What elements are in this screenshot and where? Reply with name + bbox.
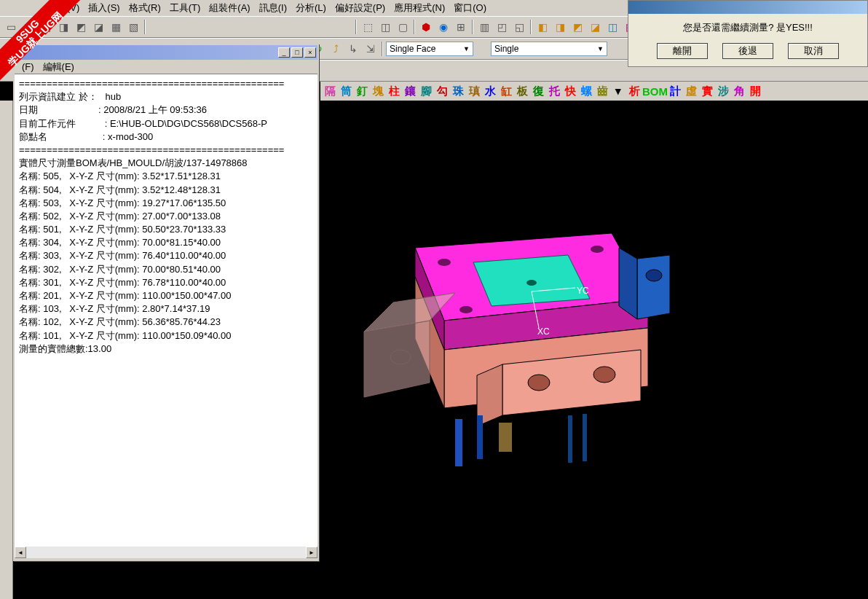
info-menu-edit[interactable]: 編輯(E) [39,60,79,74]
tool-char[interactable]: 計 [667,85,683,98]
tool-char[interactable]: 析 [626,85,642,98]
bom-row: 名稱: 303, X-Y-Z 尺寸(mm): 76.40*110.00*40.0… [19,249,313,262]
tool-char[interactable]: 板 [514,85,530,98]
info-line: 列示資訊建立 於： hub [19,90,313,103]
tool-char[interactable]: 虛 [683,85,699,98]
maximize-button[interactable]: □ [291,47,303,58]
tool-char[interactable]: ▾ [610,85,626,98]
tool-char[interactable]: 涉 [715,85,731,98]
tool-char[interactable]: 柱 [386,85,402,98]
tool-char[interactable]: 快 [562,85,578,98]
svg-rect-25 [499,423,512,452]
info-content[interactable]: ========================================… [15,74,317,547]
tb-icon[interactable]: ◫ [377,19,393,35]
tb-cube-icon[interactable]: ◧ [534,19,551,35]
tool-char[interactable]: 角 [731,85,747,98]
menu-format[interactable]: 格式(R) [125,0,165,16]
bom-row: 名稱: 503, X-Y-Z 尺寸(mm): 19.27*17.06*135.5… [19,197,313,210]
tool-char[interactable]: 釘 [354,85,370,98]
tb-icon[interactable]: ◰ [494,19,510,35]
tb-icon[interactable]: ◩ [73,19,89,35]
tb-icon[interactable]: ◧ [38,19,54,35]
face-dropdown[interactable]: Single Face▼ [386,42,473,56]
tool-char[interactable]: 隔 [322,85,338,98]
h-scrollbar[interactable]: ◄ ► [15,547,317,558]
menu-insert[interactable]: 插入(S) [84,0,124,16]
leave-button[interactable]: 離開 [657,43,708,59]
tb-icon[interactable]: ◱ [511,19,527,35]
menu-prefs[interactable]: 偏好設定(P) [331,0,390,16]
tb-icon[interactable]: ▣ [20,19,36,35]
tool-char[interactable]: 勾 [434,85,450,98]
info-line: ========================================… [19,77,313,90]
tool-char[interactable]: 托 [546,85,562,98]
tool-char[interactable]: 開 [747,85,763,98]
close-button[interactable]: × [304,47,316,58]
tool-char[interactable]: BOM [642,85,667,98]
minimize-button[interactable]: _ [278,47,290,58]
tb-cube-icon[interactable]: ◩ [569,19,585,35]
menu-assembly[interactable]: 組裝件(A) [205,0,254,16]
svg-rect-24 [583,414,587,461]
tool-char[interactable]: 瑱 [466,85,482,98]
tb-cube-icon[interactable]: ◨ [552,19,568,35]
info-menu-file[interactable]: (F) [17,61,39,72]
single-dropdown[interactable]: Single▼ [491,42,607,56]
tb-icon[interactable]: ▦ [108,19,124,35]
tool-char[interactable]: 齒 [594,85,610,98]
tool-char[interactable]: 缸 [498,85,514,98]
menu-analysis[interactable]: 分析(L) [291,0,331,16]
info-window: _ □ × (F) 編輯(E) ========================… [13,44,319,561]
tool-char[interactable]: 珠 [450,85,466,98]
dialog-titlebar[interactable] [628,1,867,14]
colored-toolbar: 隔筒釘塊柱鑲腳勾珠瑱水缸板復托快螺齒▾析BOM計虛實涉角開 [320,82,868,101]
scroll-right-button[interactable]: ► [306,547,317,558]
tool-char[interactable]: 鑲 [402,85,418,98]
tb-arrow-icon[interactable]: ↳ [345,41,361,57]
tb-cube-icon[interactable]: ◪ [587,19,603,35]
tool-char[interactable]: 筒 [338,85,354,98]
svg-point-13 [528,375,550,391]
menu-info[interactable]: 訊息(I) [255,0,291,16]
tool-char[interactable]: 腳 [418,85,434,98]
tool-char[interactable]: 螺 [578,85,594,98]
menu-tools[interactable]: 工具(T) [165,0,205,16]
bom-row: 名稱: 101, X-Y-Z 尺寸(mm): 110.00*150.09*40.… [19,329,313,342]
cancel-button[interactable]: 取消 [788,43,839,59]
menu-window[interactable]: 窗口(O) [449,0,491,16]
tb-cube-icon[interactable]: ◫ [604,19,620,35]
tb-icon[interactable]: ⊞ [453,19,469,35]
tb-icon[interactable]: ⬢ [418,19,434,35]
info-titlebar[interactable]: _ □ × [15,45,317,60]
bom-row: 名稱: 301, X-Y-Z 尺寸(mm): 76.78*110.00*40.0… [19,276,313,289]
scroll-left-button[interactable]: ◄ [15,547,26,558]
svg-point-4 [438,259,451,266]
info-line: 目前工作元件 : E:\HUB-OLD\DG\DCS568\DCS568-P [19,117,313,130]
menu-view[interactable]: 視圖(V) [44,0,84,16]
confirm-dialog: 您是否還需繼續測量? 是YES!!! 離開 後退 取消 [628,0,868,67]
tb-icon[interactable]: ◉ [435,19,451,35]
tb-icon[interactable]: ⬚ [360,19,376,35]
svg-rect-22 [455,419,462,466]
tb-icon[interactable]: ◨ [55,19,71,35]
menu-app[interactable]: 應用程式(N) [390,0,449,16]
tb-arrow-icon[interactable]: ⤴ [328,41,344,57]
tool-char[interactable]: 實 [699,85,715,98]
tb-icon[interactable]: ▢ [395,19,411,35]
tool-char[interactable]: 塊 [370,85,386,98]
tb-icon[interactable]: ▭ [3,19,19,35]
bom-row: 名稱: 502, X-Y-Z 尺寸(mm): 27.00*7.00*133.08 [19,210,313,223]
tool-char[interactable]: 水 [482,85,498,98]
tb-arrow-icon[interactable]: ⇲ [363,41,379,57]
back-button[interactable]: 後退 [722,43,773,59]
tool-char[interactable]: 復 [530,85,546,98]
tb-icon[interactable]: ▥ [476,19,492,35]
svg-point-20 [646,270,662,281]
bom-row: 名稱: 103, X-Y-Z 尺寸(mm): 2.80*7.14*37.19 [19,302,313,316]
svg-point-8 [526,280,537,286]
info-menubar: (F) 編輯(E) [15,60,317,74]
tb-icon[interactable]: ◪ [90,19,106,35]
scroll-track[interactable] [26,547,306,558]
svg-point-14 [593,367,615,383]
tb-icon[interactable]: ▧ [125,19,141,35]
